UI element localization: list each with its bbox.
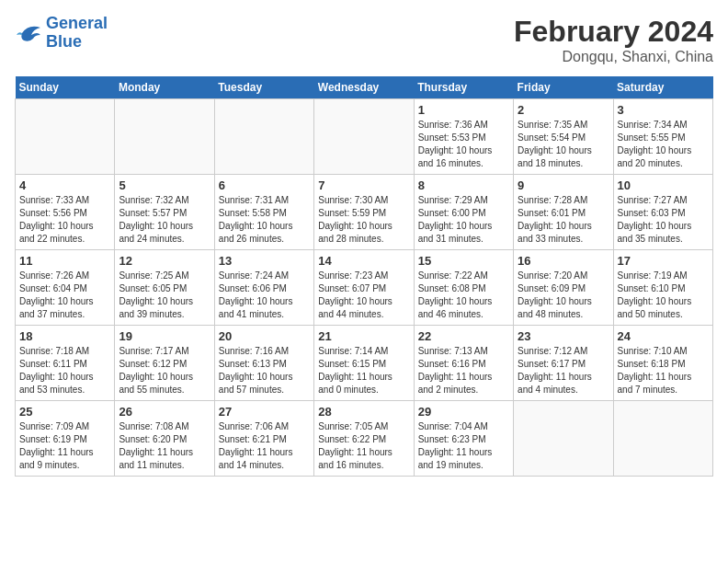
calendar-cell — [16, 99, 115, 175]
day-info: Sunrise: 7:33 AM Sunset: 5:56 PM Dayligh… — [19, 194, 110, 246]
day-info: Sunrise: 7:08 AM Sunset: 6:20 PM Dayligh… — [119, 420, 210, 472]
week-row-4: 18Sunrise: 7:18 AM Sunset: 6:11 PM Dayli… — [16, 326, 713, 401]
calendar-cell: 17Sunrise: 7:19 AM Sunset: 6:10 PM Dayli… — [613, 250, 712, 326]
day-number: 13 — [219, 254, 310, 268]
calendar-cell: 26Sunrise: 7:08 AM Sunset: 6:20 PM Dayli… — [115, 401, 214, 477]
calendar-cell: 7Sunrise: 7:30 AM Sunset: 5:59 PM Daylig… — [314, 175, 414, 250]
calendar-cell: 10Sunrise: 7:27 AM Sunset: 6:03 PM Dayli… — [613, 175, 712, 250]
calendar-cell: 13Sunrise: 7:24 AM Sunset: 6:06 PM Dayli… — [214, 250, 313, 326]
calendar-cell: 28Sunrise: 7:05 AM Sunset: 6:22 PM Dayli… — [314, 401, 414, 477]
calendar-cell: 21Sunrise: 7:14 AM Sunset: 6:15 PM Dayli… — [314, 326, 414, 401]
day-number: 25 — [19, 405, 110, 419]
day-number: 15 — [418, 254, 509, 268]
day-info: Sunrise: 7:36 AM Sunset: 5:53 PM Dayligh… — [418, 119, 509, 170]
calendar-cell: 14Sunrise: 7:23 AM Sunset: 6:07 PM Dayli… — [314, 250, 414, 326]
day-number: 27 — [219, 405, 310, 419]
day-info: Sunrise: 7:17 AM Sunset: 6:12 PM Dayligh… — [119, 345, 210, 396]
day-info: Sunrise: 7:27 AM Sunset: 6:03 PM Dayligh… — [618, 194, 709, 246]
day-number: 6 — [219, 178, 310, 192]
day-number: 11 — [19, 254, 110, 268]
day-number: 21 — [318, 329, 409, 343]
day-number: 17 — [618, 254, 709, 268]
week-row-1: 1Sunrise: 7:36 AM Sunset: 5:53 PM Daylig… — [16, 99, 713, 175]
day-number: 3 — [618, 103, 709, 117]
calendar-cell: 15Sunrise: 7:22 AM Sunset: 6:08 PM Dayli… — [414, 250, 513, 326]
day-info: Sunrise: 7:14 AM Sunset: 6:15 PM Dayligh… — [318, 345, 409, 396]
calendar-cell: 6Sunrise: 7:31 AM Sunset: 5:58 PM Daylig… — [214, 175, 313, 250]
day-number: 23 — [518, 329, 609, 343]
day-number: 20 — [219, 329, 310, 343]
day-info: Sunrise: 7:26 AM Sunset: 6:04 PM Dayligh… — [19, 270, 110, 321]
calendar-cell: 9Sunrise: 7:28 AM Sunset: 6:01 PM Daylig… — [514, 175, 613, 250]
location-subtitle: Dongqu, Shanxi, China — [514, 49, 713, 65]
title-block: February 2024 Dongqu, Shanxi, China — [514, 15, 713, 65]
calendar-cell: 22Sunrise: 7:13 AM Sunset: 6:16 PM Dayli… — [414, 326, 513, 401]
day-number: 10 — [618, 178, 709, 192]
day-number: 22 — [418, 329, 509, 343]
day-info: Sunrise: 7:12 AM Sunset: 6:17 PM Dayligh… — [518, 345, 609, 396]
day-info: Sunrise: 7:29 AM Sunset: 6:00 PM Dayligh… — [418, 194, 509, 246]
day-number: 26 — [119, 405, 210, 419]
day-info: Sunrise: 7:18 AM Sunset: 6:11 PM Dayligh… — [19, 345, 110, 396]
day-info: Sunrise: 7:13 AM Sunset: 6:16 PM Dayligh… — [418, 345, 509, 396]
day-info: Sunrise: 7:35 AM Sunset: 5:54 PM Dayligh… — [518, 119, 609, 170]
day-info: Sunrise: 7:19 AM Sunset: 6:10 PM Dayligh… — [618, 270, 709, 321]
calendar-cell — [214, 99, 313, 175]
day-info: Sunrise: 7:28 AM Sunset: 6:01 PM Dayligh… — [518, 194, 609, 246]
calendar-cell: 18Sunrise: 7:18 AM Sunset: 6:11 PM Dayli… — [16, 326, 115, 401]
day-info: Sunrise: 7:31 AM Sunset: 5:58 PM Dayligh… — [219, 194, 310, 246]
calendar-cell: 4Sunrise: 7:33 AM Sunset: 5:56 PM Daylig… — [16, 175, 115, 250]
calendar-cell: 12Sunrise: 7:25 AM Sunset: 6:05 PM Dayli… — [115, 250, 214, 326]
day-info: Sunrise: 7:04 AM Sunset: 6:23 PM Dayligh… — [418, 420, 509, 472]
calendar-table: SundayMondayTuesdayWednesdayThursdayFrid… — [15, 76, 713, 477]
day-info: Sunrise: 7:22 AM Sunset: 6:08 PM Dayligh… — [418, 270, 509, 321]
day-info: Sunrise: 7:06 AM Sunset: 6:21 PM Dayligh… — [219, 420, 310, 472]
day-info: Sunrise: 7:23 AM Sunset: 6:07 PM Dayligh… — [318, 270, 409, 321]
logo-text: General Blue — [46, 15, 108, 52]
day-info: Sunrise: 7:34 AM Sunset: 5:55 PM Dayligh… — [618, 119, 709, 170]
weekday-header-friday: Friday — [514, 76, 613, 99]
weekday-header-thursday: Thursday — [414, 76, 513, 99]
day-number: 18 — [19, 329, 110, 343]
day-number: 7 — [318, 178, 409, 192]
day-number: 4 — [19, 178, 110, 192]
calendar-cell: 5Sunrise: 7:32 AM Sunset: 5:57 PM Daylig… — [115, 175, 214, 250]
calendar-cell: 8Sunrise: 7:29 AM Sunset: 6:00 PM Daylig… — [414, 175, 513, 250]
weekday-header-wednesday: Wednesday — [314, 76, 414, 99]
day-number: 2 — [518, 103, 609, 117]
day-info: Sunrise: 7:09 AM Sunset: 6:19 PM Dayligh… — [19, 420, 110, 472]
day-info: Sunrise: 7:05 AM Sunset: 6:22 PM Dayligh… — [318, 420, 409, 472]
day-number: 14 — [318, 254, 409, 268]
calendar-cell — [314, 99, 414, 175]
logo: General Blue — [15, 15, 108, 52]
weekday-header-saturday: Saturday — [613, 76, 712, 99]
calendar-cell: 1Sunrise: 7:36 AM Sunset: 5:53 PM Daylig… — [414, 99, 513, 175]
day-number: 16 — [518, 254, 609, 268]
calendar-cell: 2Sunrise: 7:35 AM Sunset: 5:54 PM Daylig… — [514, 99, 613, 175]
day-number: 12 — [119, 254, 210, 268]
weekday-header-row: SundayMondayTuesdayWednesdayThursdayFrid… — [16, 76, 713, 99]
day-number: 24 — [618, 329, 709, 343]
calendar-cell — [115, 99, 214, 175]
day-info: Sunrise: 7:20 AM Sunset: 6:09 PM Dayligh… — [518, 270, 609, 321]
logo-bird-icon — [15, 22, 42, 44]
month-year-title: February 2024 — [514, 15, 713, 49]
week-row-5: 25Sunrise: 7:09 AM Sunset: 6:19 PM Dayli… — [16, 401, 713, 477]
day-info: Sunrise: 7:10 AM Sunset: 6:18 PM Dayligh… — [618, 345, 709, 396]
day-info: Sunrise: 7:32 AM Sunset: 5:57 PM Dayligh… — [119, 194, 210, 246]
day-info: Sunrise: 7:30 AM Sunset: 5:59 PM Dayligh… — [318, 194, 409, 246]
day-number: 29 — [418, 405, 509, 419]
day-info: Sunrise: 7:25 AM Sunset: 6:05 PM Dayligh… — [119, 270, 210, 321]
day-info: Sunrise: 7:24 AM Sunset: 6:06 PM Dayligh… — [219, 270, 310, 321]
calendar-cell: 24Sunrise: 7:10 AM Sunset: 6:18 PM Dayli… — [613, 326, 712, 401]
weekday-header-tuesday: Tuesday — [214, 76, 313, 99]
week-row-2: 4Sunrise: 7:33 AM Sunset: 5:56 PM Daylig… — [16, 175, 713, 250]
calendar-cell: 19Sunrise: 7:17 AM Sunset: 6:12 PM Dayli… — [115, 326, 214, 401]
weekday-header-sunday: Sunday — [16, 76, 115, 99]
day-number: 8 — [418, 178, 509, 192]
calendar-cell: 25Sunrise: 7:09 AM Sunset: 6:19 PM Dayli… — [16, 401, 115, 477]
day-number: 9 — [518, 178, 609, 192]
page-header: General Blue February 2024 Dongqu, Shanx… — [15, 15, 713, 65]
week-row-3: 11Sunrise: 7:26 AM Sunset: 6:04 PM Dayli… — [16, 250, 713, 326]
day-number: 5 — [119, 178, 210, 192]
